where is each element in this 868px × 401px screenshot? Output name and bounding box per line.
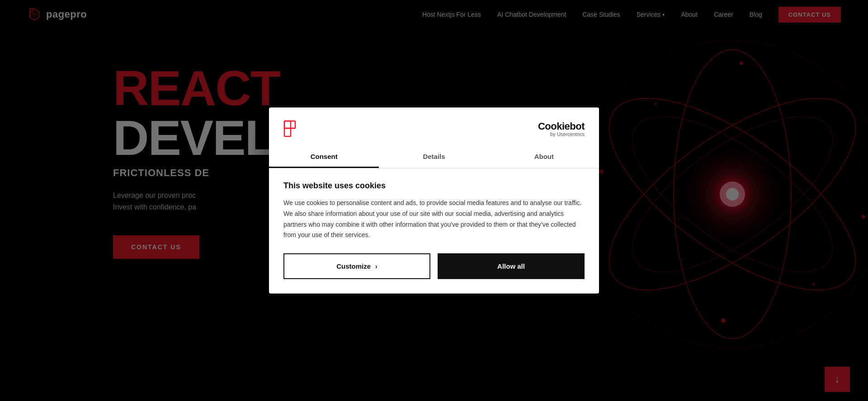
tab-details[interactable]: Details [379,146,489,168]
cookie-modal-text: We use cookies to personalise content an… [283,198,585,241]
cookie-overlay: Cookiebot by Usercentrics Consent Detail… [0,0,868,401]
cookiebot-logo: Cookiebot by Usercentrics [538,121,585,137]
customize-chevron-right-icon: › [375,263,377,270]
allow-all-button[interactable]: Allow all [438,253,585,279]
cookie-modal-header: Cookiebot by Usercentrics [269,107,599,137]
cookie-modal: Cookiebot by Usercentrics Consent Detail… [269,107,599,294]
tab-about[interactable]: About [489,146,599,168]
cookie-modal-title: This website uses cookies [283,181,585,191]
svg-rect-19 [284,121,295,128]
cookiebot-brand-name: Cookiebot [538,121,585,132]
cookiebot-brand-sub: by Usercentrics [550,131,585,137]
cookiebot-brand-icon [283,120,299,137]
cookie-tabs: Consent Details About [269,146,599,168]
customize-button[interactable]: Customize › [283,253,430,279]
cookie-modal-actions: Customize › Allow all [269,253,599,294]
cookie-modal-body: This website uses cookies We use cookies… [269,168,599,253]
tab-consent[interactable]: Consent [269,146,379,168]
